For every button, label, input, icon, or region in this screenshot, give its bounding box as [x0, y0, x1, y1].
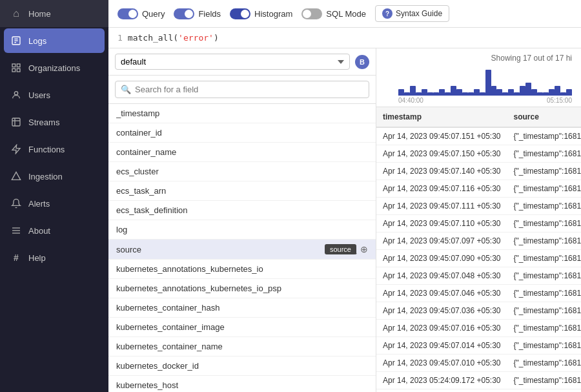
fields-toggle[interactable]	[174, 8, 194, 19]
field-name: kubernetes_host	[116, 380, 368, 390]
cell-source: {"_timestamp":1681445707151975,"kubernet…	[507, 127, 582, 145]
table-row[interactable]: Apr 14, 2023 09:45:07.111 +05:30{"_times…	[376, 198, 581, 215]
sidebar-item-organizations[interactable]: Organizations	[0, 54, 108, 81]
table-row[interactable]: Apr 14, 2023 09:45:07.150 +05:30{"_times…	[376, 145, 581, 163]
histogram-bar	[560, 92, 566, 96]
field-panel: default B 🔍 _timestampcontainer_idcontai…	[108, 48, 376, 392]
svg-rect-4	[12, 64, 15, 67]
histogram-x-label: 04:40:00	[398, 97, 423, 104]
table-row[interactable]: Apr 14, 2023 09:45:07.116 +05:30{"_times…	[376, 180, 581, 198]
field-item[interactable]: ecs_task_definition	[108, 201, 376, 220]
svg-point-8	[14, 92, 17, 95]
table-row[interactable]: Apr 14, 2023 05:24:09.172 +05:30{"_times…	[376, 372, 581, 389]
field-item[interactable]: source 🔍 ⊕ source	[108, 240, 376, 260]
sidebar-item-home[interactable]: ⌂ Home	[0, 0, 108, 27]
default-select[interactable]: default	[115, 54, 350, 70]
sidebar-item-streams[interactable]: Streams	[0, 108, 108, 136]
table-row[interactable]: Apr 14, 2023 09:45:07.014 +05:30{"_times…	[376, 337, 581, 355]
table-row[interactable]: Apr 14, 2023 09:45:07.048 +05:30{"_times…	[376, 267, 581, 285]
cell-source: {"_timestamp":1681445707097563,"kubernet…	[507, 232, 582, 250]
sidebar-label-about: About	[28, 226, 50, 236]
svg-rect-9	[12, 118, 20, 126]
results-table: timestamp source Apr 14, 2023 09:45:07.1…	[376, 107, 581, 392]
histogram-bar	[566, 89, 572, 96]
histogram-bar	[480, 92, 485, 96]
cell-source: {"_timestamp":1681445000000000,"kubernet…	[507, 389, 582, 393]
cell-source: {"_timestamp":1681430049172521,"containe…	[507, 372, 582, 389]
histogram-x-labels: 04:40:0005:15:00	[385, 97, 572, 104]
field-item[interactable]: kubernetes_container_name	[108, 337, 376, 356]
cell-timestamp: Apr 14, 2023 09:45:07.014 +05:30	[376, 337, 507, 355]
query-toggle[interactable]	[117, 8, 138, 19]
sidebar-item-logs[interactable]: Logs	[4, 28, 105, 53]
field-item[interactable]: container_id	[108, 123, 376, 143]
sidebar-item-functions[interactable]: Functions	[0, 136, 108, 163]
field-name: ecs_task_arn	[116, 186, 368, 196]
query-string: 'error'	[178, 33, 214, 43]
field-item[interactable]: _timestamp	[108, 104, 376, 123]
field-name: ecs_cluster	[116, 167, 368, 176]
functions-icon	[10, 143, 22, 155]
field-item[interactable]: kubernetes_host	[108, 376, 376, 392]
field-item[interactable]: kubernetes_docker_id	[108, 356, 376, 376]
table-row[interactable]: Apr 14, 2023 09:45:07.110 +05:30{"_times…	[376, 215, 581, 232]
sql-mode-toggle[interactable]	[301, 8, 322, 19]
field-item[interactable]: kubernetes_container_hash	[108, 298, 376, 318]
field-item[interactable]: container_name	[108, 143, 376, 162]
table-row[interactable]: Apr 14, 2023 09:45:07.090 +05:30{"_times…	[376, 250, 581, 267]
query-text: match_all('error')	[128, 33, 219, 43]
histogram-bar	[451, 86, 456, 96]
cell-source: {"_timestamp":1681445707046860,"kubernet…	[507, 285, 582, 302]
field-name: log	[116, 225, 368, 234]
sidebar-item-about[interactable]: About	[0, 217, 108, 244]
histogram-bar	[508, 89, 514, 96]
sidebar-label-streams: Streams	[28, 118, 59, 127]
ingestion-icon	[10, 170, 22, 182]
sidebar-item-users[interactable]: Users	[0, 81, 108, 108]
field-panel-header: default B	[108, 48, 376, 76]
histogram-bar	[410, 86, 416, 96]
cell-timestamp: Apr 14, 2023 09:00:00.000 +05:30	[376, 389, 507, 393]
cell-timestamp: Apr 14, 2023 09:45:07.036 +05:30	[376, 302, 507, 320]
sidebar-item-help[interactable]: # Help	[0, 244, 108, 271]
table-row[interactable]: Apr 14, 2023 09:45:07.140 +05:30{"_times…	[376, 163, 581, 180]
histogram-bar	[427, 92, 433, 96]
cell-source: {"_timestamp":1681445707016047,"kubernet…	[507, 320, 582, 337]
sidebar-label-logs: Logs	[28, 36, 46, 46]
histogram-bar	[537, 92, 543, 96]
about-icon	[10, 225, 22, 236]
table-row[interactable]: Apr 14, 2023 09:45:07.016 +05:30{"_times…	[376, 320, 581, 337]
histogram-bar	[468, 92, 474, 96]
add-field-icon[interactable]: ⊕	[360, 244, 368, 254]
table-row[interactable]: Apr 14, 2023 09:00:00.000 +05:30{"_times…	[376, 389, 581, 393]
field-search-input[interactable]	[135, 85, 363, 94]
table-row[interactable]: Apr 14, 2023 09:45:07.097 +05:30{"_times…	[376, 232, 581, 250]
table-row[interactable]: Apr 14, 2023 09:45:07.046 +05:30{"_times…	[376, 285, 581, 302]
syntax-guide-button[interactable]: ? Syntax Guide	[375, 5, 449, 22]
sidebar-item-ingestion[interactable]: Ingestion	[0, 163, 108, 190]
field-tooltip: source	[325, 244, 356, 254]
cell-source: {"_timestamp":1681445707116988,"kubernet…	[507, 180, 582, 198]
field-item[interactable]: log	[108, 220, 376, 240]
svg-rect-6	[12, 68, 15, 72]
field-item[interactable]: kubernetes_annotations_kubernetes_io	[108, 260, 376, 279]
field-item[interactable]: ecs_task_arn	[108, 181, 376, 201]
field-item[interactable]: kubernetes_annotations_kubernetes_io_psp	[108, 279, 376, 298]
cell-source: {"_timestamp":1681445707090190,"kubernet…	[507, 250, 582, 267]
table-row[interactable]: Apr 14, 2023 09:45:07.151 +05:30{"_times…	[376, 127, 581, 145]
field-item[interactable]: ecs_cluster	[108, 162, 376, 181]
histogram-bar	[422, 89, 427, 96]
users-icon	[10, 89, 22, 101]
cell-source: {"_timestamp":1681445707014300,"kubernet…	[507, 337, 582, 355]
histogram-toggle[interactable]	[230, 8, 250, 19]
sidebar-label-ingestion: Ingestion	[28, 172, 63, 181]
table-row[interactable]: Apr 14, 2023 09:45:07.036 +05:30{"_times…	[376, 302, 581, 320]
streams-icon	[10, 116, 22, 128]
field-item[interactable]: kubernetes_container_image	[108, 318, 376, 337]
table-row[interactable]: Apr 14, 2023 09:45:07.010 +05:30{"_times…	[376, 355, 581, 372]
table-area[interactable]: timestamp source Apr 14, 2023 09:45:07.1…	[376, 107, 581, 392]
histogram-bar	[531, 89, 537, 96]
cell-source: {"_timestamp":1681445707048595,"kubernet…	[507, 267, 582, 285]
histogram-bar	[445, 92, 451, 96]
sidebar-item-alerts[interactable]: Alerts	[0, 190, 108, 217]
